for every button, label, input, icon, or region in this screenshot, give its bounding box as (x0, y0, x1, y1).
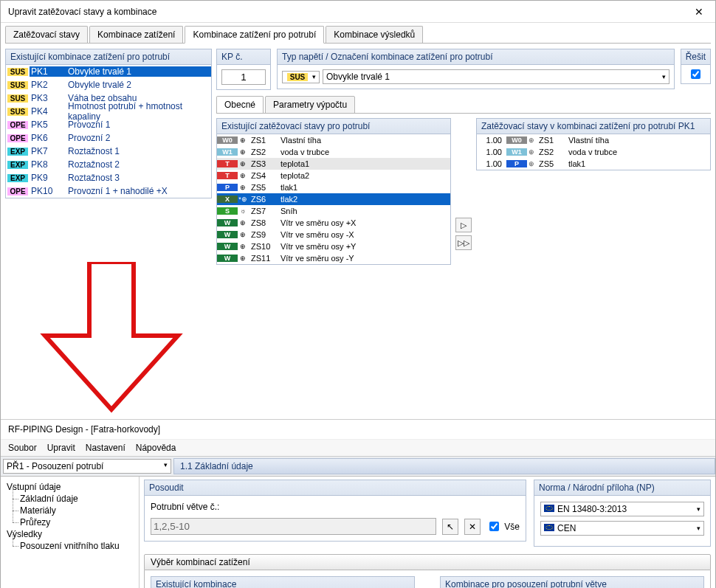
tag-sus: SUS (7, 108, 28, 116)
menu-item[interactable]: Nastavení (86, 443, 125, 453)
tag-ope: OPE (7, 187, 28, 196)
add-one-button[interactable]: ▷ (455, 218, 472, 232)
lc-row[interactable]: X*⊕ZS6tlak2 (217, 193, 450, 205)
existing-combo-head: Existující kombinace (151, 576, 415, 588)
tree-root-results[interactable]: Výsledky (7, 528, 133, 540)
case-select[interactable]: PŘ1 - Posouzení potrubí▾ (3, 459, 171, 474)
all-checkbox-label[interactable]: Vše (486, 519, 520, 533)
add-all-button[interactable]: ▷▷ (455, 235, 472, 250)
menu-item[interactable]: Nápověda (136, 443, 176, 453)
stress-type-select[interactable]: SUS▾ (282, 71, 320, 83)
lc-row[interactable]: T⊕ZS3teplota1 (217, 158, 450, 170)
lc-row[interactable]: W0⊕ZS1Vlastní tíha (217, 134, 450, 146)
existing-pk-head: Existující kombinace zatížení pro potrub… (5, 49, 212, 65)
win2-title: RF-PIPING Design - [Fatra-horkovody] (1, 420, 715, 439)
close-button[interactable]: ✕ (682, 1, 715, 23)
chevron-down-icon: ▾ (697, 505, 700, 513)
selcombo-head: Výběr kombinací zatížení (144, 554, 711, 570)
tree-item[interactable]: Materiály (7, 505, 133, 516)
clear-icon[interactable]: ✕ (464, 519, 481, 535)
tag-ope: OPE (7, 134, 28, 142)
lc-left-head: Existující zatěžovací stavy pro potrubí (216, 118, 451, 134)
norm-head: Norma / Národní příloha (NP) (534, 480, 711, 496)
stress-name-select[interactable]: Obvykle trvalé 1▾ (323, 69, 669, 84)
tag-exp: EXP (7, 174, 28, 182)
pk-row[interactable]: SUSPK1Obvykle trvalé 1 (6, 65, 211, 78)
tag-sus: SUS (7, 81, 28, 89)
chevron-down-icon: ▾ (312, 73, 316, 80)
lc-row[interactable]: W⊕ZS8Vítr ve směru osy +X (217, 217, 450, 229)
kpc-input[interactable] (221, 69, 266, 85)
solve-checkbox[interactable] (691, 69, 700, 79)
lc-comb-row[interactable]: 1.00P⊕ZS5tlak1 (477, 158, 710, 170)
tree-item[interactable]: Průřezy (7, 516, 133, 528)
pk-row[interactable]: SUSPK4Hmotnost potrubí + hmotnost kapali… (6, 105, 211, 118)
kpc-head: KP č. (216, 49, 271, 65)
chevron-down-icon: ▾ (662, 73, 666, 80)
pk-row[interactable]: OPEPK6Provozní 2 (6, 131, 211, 145)
menu-item[interactable]: Upravit (47, 443, 75, 453)
subtab[interactable]: Parametry výpočtu (265, 96, 355, 114)
branch-label: Potrubní větve č.: (151, 502, 520, 512)
norm1-select[interactable]: EN 13480-3:2013 ▾ (540, 502, 704, 516)
lc-row[interactable]: S☼ZS7Sníh (217, 205, 450, 217)
big-red-arrow (1, 262, 222, 417)
norm2-select[interactable]: CEN ▾ (540, 521, 704, 536)
dlg-tab[interactable]: Zatěžovací stavy (5, 26, 88, 44)
dialog-title: Upravit zatěžovací stavy a kombinace (8, 7, 156, 17)
chevron-down-icon: ▾ (697, 525, 700, 532)
pick-icon[interactable]: ↖ (442, 519, 458, 535)
tag-ope: OPE (7, 121, 28, 129)
dlg-tab[interactable]: Kombinace zatížení pro potrubí (185, 26, 324, 44)
pk-row[interactable]: EXPPK8Roztažnost 2 (6, 158, 211, 171)
all-checkbox[interactable] (489, 522, 499, 531)
pk-row[interactable]: SUSPK2Obvykle trvalé 2 (6, 78, 211, 91)
tag-exp: EXP (7, 161, 28, 169)
pk-combo-head: Kombinace pro posouzení potrubní větve (440, 576, 704, 588)
assess-head: Posoudit (144, 480, 526, 496)
tag-sus: SUS (7, 94, 28, 103)
lc-row[interactable]: P⊕ZS5tlak1 (217, 181, 450, 193)
lc-comb-row[interactable]: 1.00W1⊕ZS2voda v trubce (477, 146, 710, 158)
pk-row[interactable]: EXPPK9Roztažnost 3 (6, 171, 211, 184)
tree-item[interactable]: Základní údaje (7, 493, 133, 505)
tree-item[interactable]: Posouzení vnitřního tlaku (7, 540, 133, 552)
lc-right-head: Zatěžovací stavy v kombinaci zatížení pr… (476, 118, 711, 134)
eu-flag-icon (544, 505, 554, 512)
lc-row[interactable]: W⊕ZS10Vítr ve směru osy +Y (217, 241, 450, 252)
tag-exp: EXP (7, 148, 28, 156)
tag-sus: SUS (7, 68, 28, 76)
dlg-tab[interactable]: Kombinace výsledků (326, 26, 423, 44)
dlg-tab[interactable]: Kombinace zatížení (89, 26, 183, 44)
section-title: 1.1 Základní údaje (173, 458, 715, 474)
solve-head: Řešit (681, 49, 711, 65)
pk-row[interactable]: OPEPK5Provozní 1 (6, 118, 211, 131)
lc-row[interactable]: T⊕ZS4teplota2 (217, 170, 450, 181)
pk-row[interactable]: EXPPK7Roztažnost 1 (6, 145, 211, 158)
subtab[interactable]: Obecné (216, 96, 264, 114)
branch-input[interactable] (151, 518, 436, 535)
lc-row[interactable]: W⊕ZS11Vítr ve směru osy -Y (217, 252, 450, 264)
lc-row[interactable]: W1⊕ZS2voda v trubce (217, 146, 450, 158)
chevron-down-icon: ▾ (164, 461, 168, 471)
menu-item[interactable]: Soubor (8, 443, 37, 453)
eu-flag-icon (544, 524, 554, 531)
lc-row[interactable]: W⊕ZS9Vítr ve směru osy -X (217, 229, 450, 241)
pk-row[interactable]: OPEPK10Provozní 1 + nahodilé +X (6, 184, 211, 198)
lc-comb-row[interactable]: 1.00W0⊕ZS1Vlastní tíha (477, 134, 710, 146)
tree-root-input[interactable]: Vstupní údaje (7, 481, 133, 493)
stress-head: Typ napětí / Označení kombinace zatížení… (277, 49, 675, 65)
